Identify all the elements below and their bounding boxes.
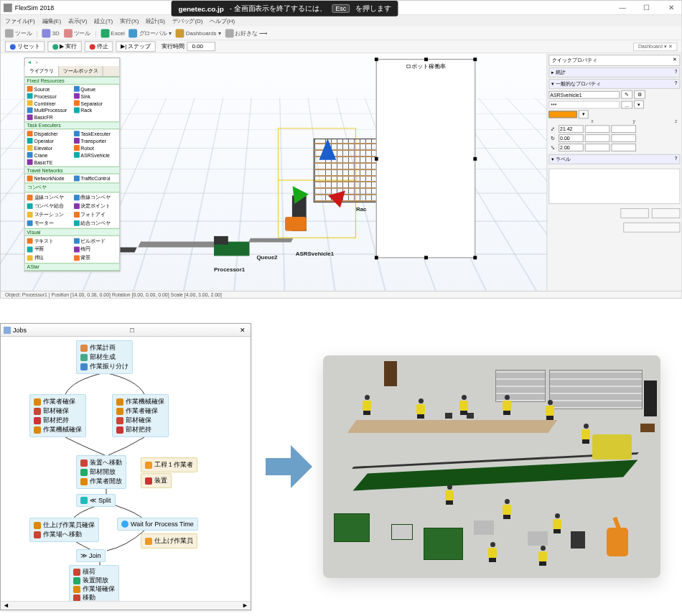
toolbox-section-header[interactable]: Visual xyxy=(25,228,120,236)
tb-favorite[interactable]: お好きな ⟶ xyxy=(225,29,266,37)
flow-split-node[interactable]: ≪ Split xyxy=(76,494,116,507)
rot-z-field[interactable] xyxy=(611,134,636,142)
flow-step[interactable]: 装置へ移動 xyxy=(80,458,122,467)
flow-step[interactable]: 部材把持 xyxy=(34,416,82,425)
toolbox-item[interactable]: MultiProcessor xyxy=(26,107,73,114)
flow-step[interactable]: 作業機械確保 xyxy=(34,425,82,434)
menu-help[interactable]: ヘルプ(H) xyxy=(210,17,235,24)
toolbox-item[interactable]: TrafficControl xyxy=(72,175,118,182)
flow-step[interactable]: 部材把持 xyxy=(116,425,164,434)
stop-button[interactable]: 停止 xyxy=(85,41,113,52)
dashboard-tab[interactable]: Dashboard ▾ ✕ xyxy=(633,42,678,51)
toolbox-section-header[interactable]: Fixed Resources xyxy=(25,77,120,85)
scale-x-field[interactable] xyxy=(559,144,584,151)
prop-button-3[interactable] xyxy=(623,223,680,233)
prop-button-2[interactable] xyxy=(652,208,681,218)
menu-view[interactable]: 表示(V) xyxy=(68,17,87,24)
rot-x-field[interactable] xyxy=(559,134,584,142)
pos-y-field[interactable] xyxy=(585,125,610,133)
toolbox-section-header[interactable]: AStar xyxy=(25,263,120,271)
flowchart-canvas[interactable]: 作業計画部材生成作業振り分け 作業者確保部材確保部材把持作業機械確保 作業機械確… xyxy=(1,337,251,601)
toolbox-panel[interactable]: ◄ ► ライブラリ ツールボックス Fixed ResourcesSourceQ… xyxy=(24,57,121,271)
toolbox-item[interactable]: 背景 xyxy=(72,253,118,262)
toolbox-item[interactable]: Operator xyxy=(26,137,73,144)
flow-group-3-side1[interactable]: 工程１作業者 xyxy=(141,457,197,472)
toolbox-item[interactable]: Separator xyxy=(72,100,118,107)
toolbox-item[interactable]: Source xyxy=(26,85,73,93)
help-icon[interactable]: ? xyxy=(675,69,678,76)
flow-step[interactable]: 部材開放 xyxy=(80,467,122,477)
toolbox-item[interactable]: TaskExecuter xyxy=(72,130,118,137)
toolbox-item[interactable]: ビルボード xyxy=(72,237,118,246)
flow-finisher-node[interactable]: 仕上げ作業員 xyxy=(141,533,197,549)
help-icon[interactable]: ? xyxy=(675,80,678,88)
toolbox-item[interactable]: コンベヤ結合 xyxy=(26,202,73,210)
tb-global[interactable]: グローバル▾ xyxy=(129,29,172,37)
tb-tree[interactable]: ツール xyxy=(64,29,91,37)
chart-panel[interactable]: ロボット稼働率 xyxy=(376,59,476,258)
toolbox-section-header[interactable]: Travel Networks xyxy=(25,167,120,174)
menu-file[interactable]: ファイル(F) xyxy=(5,17,35,24)
toolbox-item[interactable]: 曲線コンベヤ xyxy=(72,193,118,202)
queue2-object[interactable] xyxy=(248,238,293,243)
flow-step[interactable]: 作業者開放 xyxy=(80,477,122,486)
toolbox-item[interactable]: フォトアイ xyxy=(72,210,118,219)
action-icon[interactable]: ⚙ xyxy=(634,90,645,99)
scale-y-field[interactable] xyxy=(585,144,610,151)
scale-z-field[interactable] xyxy=(611,144,636,151)
toolbox-item[interactable]: 直線コンベヤ xyxy=(26,193,73,202)
tb-excel[interactable]: Excel xyxy=(101,29,125,37)
toolbox-item[interactable]: Processor xyxy=(26,93,73,100)
flow-step[interactable]: 仕上げ作業員 xyxy=(145,536,193,546)
color-swatch[interactable] xyxy=(548,111,577,118)
rot-y-field[interactable] xyxy=(585,134,610,142)
flow-step[interactable]: 作業振り分け xyxy=(80,362,129,371)
menu-edit[interactable]: 編集(E) xyxy=(42,17,61,24)
prop-section-general[interactable]: ▾ 一般的なプロパティ? xyxy=(548,79,680,89)
toolbox-item[interactable]: Robot xyxy=(72,144,118,151)
prop-button-1[interactable] xyxy=(620,208,649,218)
menu-build[interactable]: 組立(T) xyxy=(94,17,113,24)
flow-group-3-side2[interactable]: 装置 xyxy=(141,473,172,488)
flow-group-5[interactable]: 積荷装置開放作業場確保移動積み下ろし作業員開放Sink xyxy=(69,565,119,601)
toolbox-item[interactable]: モーター xyxy=(26,219,73,228)
labels-area[interactable] xyxy=(548,169,680,205)
flow-step[interactable]: 作業場へ移動 xyxy=(34,530,95,539)
toolbox-item[interactable]: BasicFR xyxy=(26,113,73,121)
reset-button[interactable]: リセット xyxy=(5,41,45,52)
maximize-button[interactable]: ☐ xyxy=(639,1,655,14)
flow-group-1[interactable]: 作業計画部材生成作業振り分け xyxy=(76,340,133,374)
flow-group-2-right[interactable]: 作業機械確保作業者確保部材確保部材把持 xyxy=(112,394,169,437)
toolbox-item[interactable]: 平面 xyxy=(26,246,73,254)
flow-step[interactable]: 装置 xyxy=(145,476,167,485)
toolbox-item[interactable]: ASRSvehicle xyxy=(72,151,118,159)
flow-group-3[interactable]: 装置へ移動部材開放作業者開放 xyxy=(76,455,126,489)
toolbox-nav-back-icon[interactable]: ◄ xyxy=(27,60,32,65)
flow-scrollbar[interactable]: ◄ ► xyxy=(1,601,251,610)
toolbox-item[interactable]: Rack xyxy=(72,107,118,114)
flow-maximize-button[interactable]: □ xyxy=(127,325,137,335)
prop-section-stats[interactable]: ▸ 統計? xyxy=(548,67,680,78)
prop-close-icon[interactable]: ✕ xyxy=(673,57,677,64)
close-button[interactable]: ✕ xyxy=(663,1,679,14)
help-icon[interactable]: ? xyxy=(675,156,678,163)
flow-step[interactable]: 積荷 xyxy=(73,568,115,577)
browse-icon[interactable]: ... xyxy=(621,101,632,108)
toolbox-item[interactable]: 決定ポイント xyxy=(72,202,118,210)
flow-step[interactable]: 部材確保 xyxy=(116,416,164,425)
prop-section-labels[interactable]: ▾ ラベル? xyxy=(548,154,680,164)
toolbox-item[interactable]: NetworkNode xyxy=(26,175,73,182)
color-dropdown-icon[interactable]: ▾ xyxy=(579,110,589,118)
run-button[interactable]: ▶ 実行 xyxy=(47,41,82,52)
toolbox-item[interactable]: ステーション xyxy=(26,210,73,219)
edit-icon[interactable]: ✎ xyxy=(621,90,632,99)
minimize-button[interactable]: — xyxy=(615,1,630,14)
toolbox-item[interactable]: Queue xyxy=(72,85,118,93)
toolbox-item[interactable]: BasicTE xyxy=(26,159,73,166)
flow-group-4-left[interactable]: 仕上げ作業員確保作業場へ移動 xyxy=(29,518,99,542)
flow-join-node[interactable]: ≫ Join xyxy=(76,549,106,562)
toolbox-item[interactable]: Combiner xyxy=(26,100,73,107)
toolbox-item[interactable]: Sink xyxy=(72,93,118,100)
toolbox-item[interactable]: Elevator xyxy=(26,144,73,151)
viewport-3d[interactable]: Source1 Queue1 Processor1 Queue2 ASRSveh… xyxy=(1,53,546,291)
